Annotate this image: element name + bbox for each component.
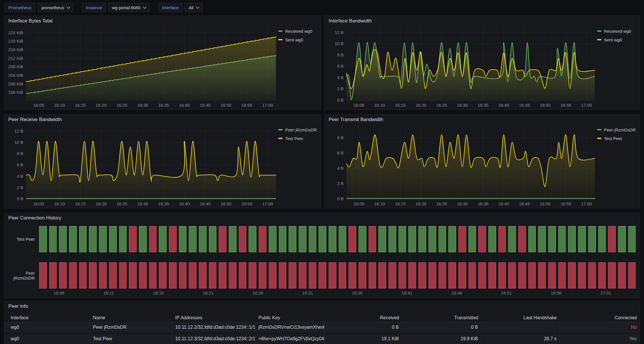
variable-select-prometheus[interactable]: prometheus [38, 3, 73, 12]
variable-select-interface[interactable]: All [185, 3, 203, 12]
cell-ip-addresses: 10.11.12.3/32,fdfd:d3ad:c0de:1234::2/128 [172, 334, 256, 344]
x-tick-label: 16:06 [54, 291, 64, 295]
status-bar-connected [329, 226, 336, 252]
legend-item[interactable]: Test Peer [278, 134, 317, 143]
panel-peer-transmit-bandwidth: Peer Transmit Bandwidth 0 B2 B4 B6 B8 B1… [324, 114, 640, 209]
status-bar-connected [119, 226, 127, 252]
status-bar-disconnected [448, 262, 456, 288]
chart-area-peer-receive-bandwidth: 0 B2 B4 B6 B8 B10 B12 B16:0516:1016:1516… [6, 123, 278, 207]
legend-label: Received wg0 [285, 29, 312, 34]
line-chart-svg: 0 B2 B4 B6 B8 B16:0516:1016:1516:2016:25… [326, 123, 597, 207]
panel-title[interactable]: Peer Connection History [4, 213, 640, 221]
x-tick-label: 16:15 [395, 103, 406, 108]
y-tick-label: 6 B [337, 150, 344, 155]
x-tick-label: 16:25 [117, 103, 127, 108]
x-tick-label: 16:50 [540, 201, 551, 206]
legend-swatch-green [597, 30, 601, 32]
x-tick-label: 16:40 [179, 103, 190, 108]
column-header-received[interactable]: Received [325, 315, 402, 320]
column-header-connected[interactable]: Connected [560, 315, 640, 320]
legend-swatch-yellow [278, 138, 283, 139]
status-bar-connected [558, 226, 566, 252]
variable-label-instance[interactable]: Instance [82, 3, 106, 12]
variable-group-interface: Interface All [158, 3, 203, 12]
panel-title[interactable]: Interface Bandwidth [325, 16, 640, 24]
variable-value: prometheus [41, 5, 64, 10]
variable-value: wg-portal:8080 [112, 5, 140, 10]
y-tick-label: 10 B [14, 140, 23, 145]
x-tick-label: 16:35 [158, 103, 169, 108]
variable-group-instance: Instance wg-portal:8080 [82, 3, 150, 12]
legend-item[interactable]: Sent wg0 [278, 35, 317, 44]
legend-item[interactable]: Received wg0 [278, 27, 317, 35]
legend-label: Test Peer [285, 136, 303, 141]
status-bar-connected [179, 226, 187, 252]
status-bar-disconnected [439, 262, 446, 288]
x-tick-label: 16:46 [451, 291, 462, 295]
status-bar-disconnected [109, 262, 117, 288]
legend: Peer jRzmDsDR Test Peer [278, 125, 317, 143]
status-bar-connected [229, 226, 237, 252]
status-bar-disconnected [369, 262, 376, 288]
legend-swatch-yellow [278, 39, 283, 40]
status-bar-connected [309, 226, 317, 252]
x-tick-label: 16:26 [252, 291, 263, 295]
status-bar-disconnected [179, 262, 187, 288]
cell-connected: Yes [560, 334, 640, 344]
status-bar-disconnected [518, 226, 526, 252]
status-bar-disconnected [348, 262, 356, 288]
cell-last-handshake: 26.7 s [481, 334, 560, 344]
status-bar-connected [628, 226, 636, 252]
column-header-transmitted[interactable]: Transmitted [402, 315, 481, 320]
x-tick-label: 16:35 [478, 201, 489, 206]
status-bar-connected [69, 226, 77, 252]
legend-item[interactable]: Peer jRzmDsDR [597, 125, 636, 134]
chevron-down-icon [143, 5, 146, 9]
column-header-name[interactable]: Name [90, 315, 172, 320]
status-bar-disconnected [388, 262, 396, 288]
chart-area-peer-transmit-bandwidth: 0 B2 B4 B6 B8 B16:0516:1016:1516:2016:25… [326, 123, 597, 207]
history-row-label-peer-jrzmdsdr: Peer jRzmDsDR [4, 262, 35, 288]
variable-value: All [188, 5, 193, 10]
legend-label: Sent wg0 [604, 37, 622, 42]
variable-label-interface[interactable]: Interface [158, 3, 182, 12]
status-bar-disconnected [578, 262, 586, 288]
chevron-down-icon [196, 5, 199, 9]
column-header-interface[interactable]: Interface [4, 315, 90, 320]
status-bar-connected [199, 226, 207, 252]
cell-transmitted: 19.8 KiB [402, 334, 481, 344]
y-tick-label: 0 B [337, 196, 344, 201]
column-header-ip-addresses[interactable]: IP Addresses [172, 315, 256, 320]
chevron-down-icon [66, 5, 70, 9]
status-bar-connected [598, 226, 606, 252]
variable-label-prometheus[interactable]: Prometheus [5, 3, 35, 12]
legend-item[interactable]: Received wg0 [597, 27, 636, 35]
panel-title[interactable]: Peer Transmit Bandwidth [325, 114, 640, 123]
status-bar-disconnected [139, 262, 147, 288]
panel-title[interactable]: Peer Info [4, 301, 640, 309]
legend: Received wg0 Sent wg0 [597, 27, 636, 44]
variable-select-instance[interactable]: wg-portal:8080 [108, 3, 150, 12]
status-bar-disconnected [518, 262, 526, 288]
legend-item[interactable]: Sent wg0 [597, 35, 636, 44]
status-bar-connected [428, 226, 436, 252]
y-tick-label: 4 B [337, 166, 344, 171]
panel-title[interactable]: Interface Bytes Total [4, 16, 321, 24]
x-tick-label: 16:05 [353, 201, 364, 206]
legend-label: Peer jRzmDsDR [285, 127, 317, 132]
x-tick-label: 16:25 [436, 103, 447, 108]
status-bar-disconnected [239, 262, 247, 288]
status-bar-disconnected [229, 262, 237, 288]
x-tick-label: 16:16 [153, 291, 164, 295]
status-bar-disconnected [319, 262, 326, 288]
column-header-public-key[interactable]: Public Key [256, 315, 325, 320]
column-header-last-handshake[interactable]: Last Handshake [481, 315, 560, 320]
panel-peer-receive-bandwidth: Peer Receive Bandwidth 0 B2 B4 B6 B8 B10… [4, 114, 321, 209]
status-bar-disconnected [289, 262, 296, 288]
panel-title[interactable]: Peer Receive Bandwidth [4, 114, 321, 123]
legend-item[interactable]: Test Peer [597, 134, 636, 143]
x-tick-label: 16:45 [200, 201, 211, 206]
legend-swatch-green [278, 30, 283, 32]
legend-item[interactable]: Peer jRzmDsDR [278, 125, 317, 134]
status-bar-disconnected [348, 226, 356, 252]
